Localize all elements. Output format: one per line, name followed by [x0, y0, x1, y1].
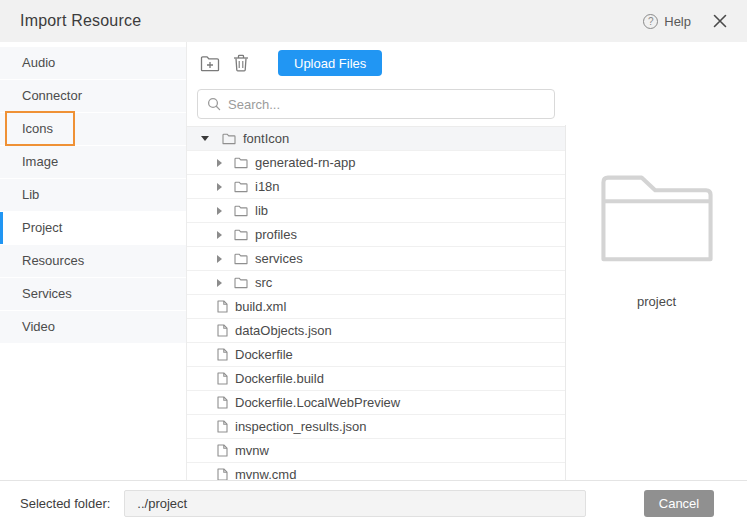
tree-item-label: profiles — [255, 227, 297, 242]
tree-item-label: fontIcon — [243, 131, 289, 146]
sidebar-item-lib[interactable]: Lib — [0, 179, 186, 211]
help-label: Help — [664, 14, 691, 29]
file-browser-panel: Upload Files fontIcongenerated-rn-appi18… — [187, 42, 565, 480]
sidebar-item-label: Lib — [22, 187, 39, 202]
sidebar-item-services[interactable]: Services — [0, 278, 186, 310]
sidebar-item-label: Connector — [22, 88, 82, 103]
import-resource-dialog: Import Resource ? Help AudioConnectorIco… — [0, 0, 747, 526]
file-tree: fontIcongenerated-rn-appi18nlibprofiless… — [187, 126, 565, 480]
help-button[interactable]: ? Help — [643, 14, 691, 29]
cancel-button[interactable]: Cancel — [644, 490, 714, 517]
tree-folder-profiles[interactable]: profiles — [187, 223, 565, 247]
tree-item-label: mvnw — [235, 443, 269, 458]
tree-file-Dockerfile.LocalWebPreview[interactable]: Dockerfile.LocalWebPreview — [187, 391, 565, 415]
search-icon — [207, 97, 221, 111]
tree-item-label: dataObjects.json — [235, 323, 332, 338]
search-box[interactable] — [197, 89, 555, 119]
selected-folder-input[interactable] — [124, 490, 586, 517]
sidebar-item-label: Video — [22, 319, 55, 334]
sidebar-item-label: Icons — [22, 121, 53, 136]
file-icon — [217, 444, 228, 457]
tree-item-label: i18n — [255, 179, 280, 194]
file-icon — [217, 348, 228, 361]
tree-file-build.xml[interactable]: build.xml — [187, 295, 565, 319]
help-question-icon: ? — [643, 14, 658, 29]
sidebar-item-project[interactable]: Project — [0, 212, 186, 244]
file-icon — [217, 468, 228, 480]
sidebar-item-audio[interactable]: Audio — [0, 47, 186, 79]
dialog-footer: Selected folder: Cancel — [0, 480, 747, 526]
folder-icon — [234, 157, 248, 169]
folder-plus-icon — [200, 55, 220, 72]
tree-item-label: lib — [255, 203, 268, 218]
tree-file-Dockerfile.build[interactable]: Dockerfile.build — [187, 367, 565, 391]
tree-item-label: build.xml — [235, 299, 286, 314]
expand-arrow-icon[interactable] — [217, 183, 222, 191]
tree-file-Dockerfile[interactable]: Dockerfile — [187, 343, 565, 367]
folder-icon — [598, 172, 716, 268]
expand-arrow-icon[interactable] — [217, 207, 222, 215]
preview-folder-name: project — [637, 294, 676, 309]
tree-folder-generated-rn-app[interactable]: generated-rn-app — [187, 151, 565, 175]
tree-file-mvnw.cmd[interactable]: mvnw.cmd — [187, 463, 565, 480]
tree-file-inspection_results.json[interactable]: inspection_results.json — [187, 415, 565, 439]
sidebar-item-icons[interactable]: Icons — [0, 113, 186, 145]
tree-file-mvnw[interactable]: mvnw — [187, 439, 565, 463]
tree-folder-fontIcon[interactable]: fontIcon — [187, 127, 565, 151]
file-icon — [217, 372, 228, 385]
file-icon — [217, 324, 228, 337]
sidebar-item-label: Services — [22, 286, 72, 301]
file-icon — [217, 420, 228, 433]
search-input[interactable] — [228, 97, 545, 112]
folder-icon — [234, 181, 248, 193]
folder-icon — [234, 229, 248, 241]
trash-icon — [233, 54, 249, 72]
close-icon[interactable] — [713, 14, 727, 28]
selected-folder-label: Selected folder: — [20, 496, 110, 511]
tree-folder-i18n[interactable]: i18n — [187, 175, 565, 199]
sidebar-item-connector[interactable]: Connector — [0, 80, 186, 112]
tree-item-label: Dockerfile.build — [235, 371, 324, 386]
tree-item-label: services — [255, 251, 303, 266]
tree-item-label: generated-rn-app — [255, 155, 355, 170]
preview-panel: project — [566, 42, 747, 480]
folder-icon — [234, 277, 248, 289]
sidebar-item-video[interactable]: Video — [0, 311, 186, 343]
tree-item-label: mvnw.cmd — [235, 467, 296, 480]
tree-item-label: inspection_results.json — [235, 419, 367, 434]
sidebar-item-resources[interactable]: Resources — [0, 245, 186, 277]
expand-arrow-icon[interactable] — [217, 231, 222, 239]
sidebar-item-label: Resources — [22, 253, 84, 268]
tree-item-label: src — [255, 275, 272, 290]
upload-files-button[interactable]: Upload Files — [278, 50, 382, 76]
tree-folder-services[interactable]: services — [187, 247, 565, 271]
dialog-title: Import Resource — [20, 12, 141, 30]
file-icon — [217, 396, 228, 409]
tree-folder-src[interactable]: src — [187, 271, 565, 295]
sidebar-item-image[interactable]: Image — [0, 146, 186, 178]
tree-folder-lib[interactable]: lib — [187, 199, 565, 223]
tree-file-dataObjects.json[interactable]: dataObjects.json — [187, 319, 565, 343]
file-icon — [217, 300, 228, 313]
category-sidebar: AudioConnectorIconsImageLibProjectResour… — [0, 42, 186, 480]
sidebar-item-label: Image — [22, 154, 58, 169]
new-folder-button[interactable] — [199, 52, 221, 74]
sidebar-item-label: Audio — [22, 55, 55, 70]
sidebar-item-label: Project — [22, 220, 62, 235]
expand-arrow-icon[interactable] — [217, 159, 222, 167]
folder-icon — [222, 133, 236, 145]
folder-icon — [234, 205, 248, 217]
delete-button[interactable] — [230, 52, 252, 74]
tree-item-label: Dockerfile — [235, 347, 293, 362]
dialog-header: Import Resource ? Help — [0, 0, 747, 42]
collapse-arrow-icon[interactable] — [201, 136, 209, 141]
tree-item-label: Dockerfile.LocalWebPreview — [235, 395, 400, 410]
file-toolbar: Upload Files — [187, 42, 565, 84]
folder-icon — [234, 253, 248, 265]
expand-arrow-icon[interactable] — [217, 255, 222, 263]
expand-arrow-icon[interactable] — [217, 279, 222, 287]
